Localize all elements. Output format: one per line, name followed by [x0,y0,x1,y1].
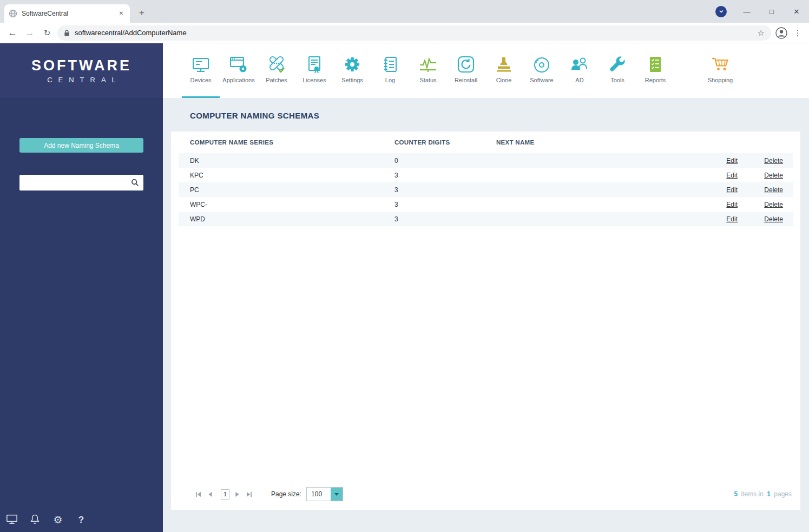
window-controls: — □ ✕ [715,0,809,23]
last-page-button[interactable] [245,490,254,499]
cell-series: WPD [190,215,394,223]
log-icon [379,54,401,75]
page-size-value: 100 [307,488,331,501]
tools-wrench-icon [607,54,628,75]
delete-link[interactable]: Delete [764,172,783,179]
cell-digits: 3 [394,172,496,179]
back-button[interactable]: ← [5,28,19,38]
delete-link[interactable]: Delete [764,186,783,194]
table-pager: 1 Page size: 100 5 items in [171,486,800,510]
cell-series: PC [190,186,394,194]
table-row: PC 3 Edit Delete [179,182,793,197]
nav-item-software[interactable]: Software [523,43,561,98]
pager-summary: 5 items in 1 pages [733,490,792,498]
edit-link[interactable]: Edit [726,215,738,223]
nav-item-settings[interactable]: Settings [333,43,371,98]
tab-close-icon[interactable]: ✕ [117,9,126,18]
nav-item-reinstall[interactable]: Reinstall [447,43,485,98]
browser-update-icon[interactable] [715,6,727,17]
nav-label: Log [385,77,395,83]
logo-line-2: CENTRAL [41,76,122,84]
table-row: WPC- 3 Edit Delete [179,197,793,212]
nav-item-applications[interactable]: Applications [220,43,258,98]
edit-link[interactable]: Edit [726,172,738,179]
help-icon[interactable]: ? [75,514,87,526]
edit-link[interactable]: Edit [726,186,738,194]
nav-item-reports[interactable]: Reports [636,43,674,98]
search-input[interactable] [24,179,131,187]
address-bar[interactable]: softwarecentral/AddComputerName ☆ [57,25,771,41]
current-page-number[interactable]: 1 [221,489,229,500]
nav-label: Settings [341,77,363,83]
search-icon [131,179,139,187]
top-navigation: Devices Applications [163,43,809,98]
nav-label: Patches [266,77,287,83]
nav-item-status[interactable]: Status [409,43,447,98]
page-title: COMPUTER NAMING SCHEMAS [190,111,800,120]
nav-item-licenses[interactable]: Licenses [295,43,333,98]
previous-page-button[interactable] [206,490,215,499]
table-row: DK 0 Edit Delete [179,153,793,168]
items-count: 5 [734,490,738,498]
pages-count: 1 [767,490,771,498]
first-page-button[interactable] [194,490,203,499]
reinstall-icon [455,54,477,75]
browser-menu-icon[interactable]: ⋮ [792,28,804,38]
sidebar-search[interactable] [19,175,143,191]
nav-item-shopping[interactable]: Shopping [701,43,739,98]
next-page-button[interactable] [233,490,242,499]
nav-label: Shopping [708,77,733,83]
patches-icon [266,54,287,75]
delete-link[interactable]: Delete [764,157,783,165]
page-size-dropdown-button[interactable] [331,488,343,501]
cell-series: KPC [190,172,394,179]
nav-label: Applications [222,77,254,83]
table-row: WPD 3 Edit Delete [179,212,793,226]
sidebar: SOFTWARE CENTRAL Add new Naming Schema [0,43,163,532]
minimize-button[interactable]: — [734,0,759,23]
table-row: KPC 3 Edit Delete [179,168,793,182]
profile-avatar[interactable] [774,27,788,39]
maximize-button[interactable]: □ [759,0,784,23]
browser-tabstrip: SoftwareCentral ✕ + — □ ✕ [0,0,809,23]
cell-series: WPC- [190,201,394,208]
software-icon [531,54,553,75]
forward-button[interactable]: → [23,28,37,38]
favicon-globe-icon [9,9,17,18]
nav-item-devices[interactable]: Devices [182,43,220,98]
refresh-button[interactable]: ↻ [40,28,54,38]
col-header-next-name: NEXT NAME [496,139,694,146]
browser-toolbar: ← → ↻ softwarecentral/AddComputerName ☆ … [0,23,809,43]
notifications-bell-icon[interactable] [29,514,41,527]
nav-label: Software [530,77,553,83]
nav-item-clone[interactable]: Clone [485,43,523,98]
remote-desktop-icon[interactable] [6,513,18,527]
add-naming-schema-button[interactable]: Add new Naming Schema [19,138,143,153]
browser-tab[interactable]: SoftwareCentral ✕ [4,4,130,23]
nav-item-patches[interactable]: Patches [258,43,295,98]
reports-icon [644,54,666,75]
delete-link[interactable]: Delete [764,201,783,208]
applications-icon [228,54,249,75]
new-tab-button[interactable]: + [134,5,149,21]
nav-item-ad[interactable]: AD [561,43,598,98]
page-size-select[interactable]: 100 [306,487,343,501]
settings-gear-icon[interactable]: ⚙ [52,514,64,526]
cell-digits: 0 [394,157,496,165]
edit-link[interactable]: Edit [726,201,738,208]
close-button[interactable]: ✕ [784,0,809,23]
edit-link[interactable]: Edit [726,157,738,165]
cell-digits: 3 [394,186,496,194]
col-header-digits: COUNTER DIGITS [394,139,496,146]
cell-series: DK [190,157,394,165]
delete-link[interactable]: Delete [764,215,783,223]
nav-item-tools[interactable]: Tools [598,43,636,98]
naming-schemas-panel: COMPUTER NAME SERIES COUNTER DIGITS NEXT… [171,132,800,510]
nav-label: Licenses [302,77,326,83]
bookmark-star-icon[interactable]: ☆ [758,28,765,38]
cell-digits: 3 [394,201,496,208]
nav-item-log[interactable]: Log [371,43,409,98]
nav-label: Reports [645,77,666,83]
naming-schemas-table: COMPUTER NAME SERIES COUNTER DIGITS NEXT… [179,132,793,226]
status-icon [417,54,439,75]
